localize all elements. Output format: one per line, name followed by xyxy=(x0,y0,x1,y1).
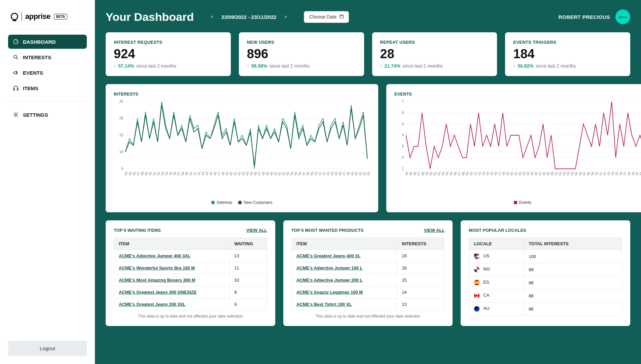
col-item: ITEM xyxy=(114,238,229,250)
kpi-repeat-users: REPEAT USERS 28 ↑ 21.74% since last 2 mo… xyxy=(372,32,497,76)
flag-icon xyxy=(474,253,480,259)
beta-badge: BETA xyxy=(54,14,67,20)
item-link[interactable]: ACME's Adjective Jumper 400 3XL xyxy=(119,253,190,258)
kpi-since: since last 2 months xyxy=(269,63,310,69)
arrow-up-icon: ↑ xyxy=(247,63,249,69)
svg-point-1 xyxy=(14,55,17,58)
nav-label: SETTINGS xyxy=(23,112,48,118)
cell-item: CA xyxy=(469,289,524,302)
cell-value: 89 xyxy=(524,263,622,276)
item-link[interactable]: ACME's Snazzy Leggings 100 M xyxy=(296,290,363,295)
svg-text:2: 2 xyxy=(402,155,404,159)
flag-icon xyxy=(474,306,480,312)
cell-value: 14 xyxy=(397,286,444,298)
choose-date-button[interactable]: Choose Date xyxy=(304,11,349,23)
search-icon xyxy=(13,54,19,60)
table-row: ACME's Greatest Jeans 200 3XL9 xyxy=(114,298,267,311)
nav-item-items[interactable]: ITEMS xyxy=(8,81,87,95)
col-item: ITEM xyxy=(291,238,397,250)
kpi-value: 184 xyxy=(513,47,622,61)
legend-swatch-icon xyxy=(211,201,215,204)
table-row: ACME's Adjective Jumper 400 3XL13 xyxy=(114,250,267,262)
table-row: ACME's Most Amazing Boxers 300 M10 xyxy=(114,274,267,286)
sidebar: apprise BETA DASHBOARD INTERESTS EVENTS xyxy=(0,0,95,364)
item-link[interactable]: ACME's Adjective Jumper 200 L xyxy=(296,278,363,283)
date-nav: 23/09/2022 - 23/11/2022 xyxy=(207,12,290,22)
svg-text:1: 1 xyxy=(402,167,404,171)
date-range-label: 23/09/2022 - 23/11/2022 xyxy=(221,14,276,20)
item-link[interactable]: ACME's Greatest Jeans 400 XL xyxy=(296,253,361,258)
avatar[interactable]: apprise xyxy=(615,9,630,24)
svg-rect-5 xyxy=(340,15,344,18)
chart-svg: 1234567 xyxy=(394,100,641,171)
locale-code: US xyxy=(483,253,489,258)
cell-item: ACME's Snazzy Leggings 100 M xyxy=(291,286,397,298)
item-link[interactable]: ACME's Greatest Jeans 200 3XL xyxy=(119,302,185,307)
item-link[interactable]: ACME's Greatest Jeans 300 ONESIZE xyxy=(119,290,197,295)
svg-text:5: 5 xyxy=(402,122,404,126)
nav-divider xyxy=(8,101,87,102)
chart-svg: 510152025 xyxy=(114,100,370,171)
nav-item-settings[interactable]: SETTINGS xyxy=(8,108,87,122)
view-all-link[interactable]: VIEW ALL xyxy=(424,228,445,233)
table-row: ACME's Adjective Jumper 100 L16 xyxy=(291,262,444,274)
col-interests: INTERESTS xyxy=(397,238,444,250)
date-prev-button[interactable] xyxy=(207,12,217,22)
cell-value: 19 xyxy=(397,250,444,262)
table-footnote: This data is up to date and not effected… xyxy=(291,314,445,319)
table-row: ACME's Wonderful Sports Bra 100 M11 xyxy=(114,262,267,274)
cell-value: 13 xyxy=(397,298,444,311)
nav-item-dashboard[interactable]: DASHBOARD xyxy=(8,35,87,49)
kpi-row: INTEREST REQUESTS 924 ↑ 57.14% since las… xyxy=(106,32,630,76)
item-link[interactable]: ACME's Best Tshirt 100 XL xyxy=(296,302,352,307)
legend-swatch-icon xyxy=(514,201,517,204)
item-link[interactable]: ACME's Adjective Jumper 100 L xyxy=(296,265,363,270)
chart-body: 1234567 24/09/202225/09/202226/09/202227… xyxy=(394,100,641,187)
chart-title: EVENTS xyxy=(394,92,641,97)
nav-item-interests[interactable]: INTERESTS xyxy=(8,50,87,64)
cell-value: 10 xyxy=(229,274,267,286)
kpi-since: since last 2 months xyxy=(136,63,176,69)
chart-legend: Interests New Customers xyxy=(114,200,370,205)
avatar-text: apprise xyxy=(619,15,627,18)
date-next-button[interactable] xyxy=(281,12,290,22)
cell-value: 86 xyxy=(524,302,622,316)
view-all-link[interactable]: VIEW ALL xyxy=(246,228,267,233)
logout-button[interactable]: Logout xyxy=(8,341,87,356)
kpi-events-triggers: EVENTS TRIGGERS 184 ↑ 50.82% since last … xyxy=(505,32,630,76)
nav: DASHBOARD INTERESTS EVENTS ITEMS SETTIN xyxy=(8,35,87,122)
chart-interests: INTERESTS 510152025 24/09/202225/09/2022… xyxy=(106,84,378,212)
nav-item-events[interactable]: EVENTS xyxy=(8,66,87,80)
cell-value: 16 xyxy=(397,262,444,274)
legend-swatch-icon xyxy=(238,201,242,204)
chart-title: INTERESTS xyxy=(114,92,370,97)
item-link[interactable]: ACME's Most Amazing Boxers 300 M xyxy=(119,278,195,283)
table-row: ES88 xyxy=(469,276,622,289)
col-total: TOTAL INTERESTS xyxy=(524,238,622,250)
headphones-icon xyxy=(13,85,19,91)
table-row: US100 xyxy=(469,250,622,263)
table-row: CA86 xyxy=(469,289,622,302)
table-row: ACME's Greatest Jeans 400 XL19 xyxy=(291,250,444,262)
legend-label: Interests xyxy=(217,200,232,205)
svg-text:7: 7 xyxy=(402,99,404,103)
svg-point-4 xyxy=(15,114,17,116)
main: Your Dashboard 23/09/2022 - 23/11/2022 C… xyxy=(95,0,641,364)
page-title: Your Dashboard xyxy=(106,10,194,24)
cell-value: 13 xyxy=(229,250,267,262)
cell-item: ACME's Most Amazing Boxers 300 M xyxy=(114,274,229,286)
megaphone-icon xyxy=(13,70,19,76)
kpi-new-users: NEW USERS 896 ↑ 58.58% since last 2 mont… xyxy=(239,32,364,76)
svg-text:25: 25 xyxy=(119,99,123,103)
bottom-row: TOP 5 WAITING ITEMS VIEW ALL ITEM WAITIN… xyxy=(106,220,630,326)
svg-text:4: 4 xyxy=(402,133,404,137)
arrow-up-icon: ↑ xyxy=(513,63,515,69)
item-link[interactable]: ACME's Wonderful Sports Bra 100 M xyxy=(119,265,195,270)
col-locale: LOCALE xyxy=(469,238,524,250)
cell-item: ACME's Wonderful Sports Bra 100 M xyxy=(114,262,229,274)
flag-icon xyxy=(474,266,480,272)
kpi-value: 28 xyxy=(380,47,489,61)
kpi-label: INTEREST REQUESTS xyxy=(114,40,223,45)
cell-value: 11 xyxy=(229,262,267,274)
table-title: TOP 5 MOST WANTED PRODUCTS xyxy=(291,228,364,233)
